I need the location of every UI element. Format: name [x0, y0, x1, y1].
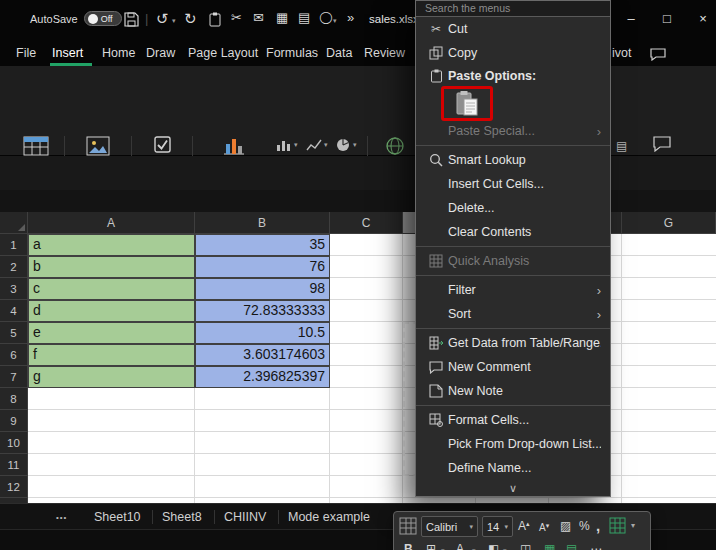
column-header-a[interactable]: A — [28, 212, 195, 234]
menu-item-sort[interactable]: Sort › — [416, 302, 610, 326]
increase-font-button[interactable]: A▴ — [518, 520, 530, 532]
tab-home[interactable]: Home — [102, 46, 135, 60]
cell-B4[interactable]: 72.83333333 — [195, 300, 330, 322]
sheet-scroll-ellipsis[interactable]: ••• — [56, 513, 67, 522]
cell-A4[interactable]: d — [28, 300, 195, 322]
cell-A6[interactable]: f — [28, 344, 195, 366]
menu-item-format-cells[interactable]: Format Cells... — [416, 408, 610, 432]
row-header-5[interactable]: 5 — [0, 322, 28, 344]
table-style-icon[interactable] — [399, 517, 417, 537]
menu-item-copy[interactable]: Copy — [416, 41, 610, 65]
envelope-icon[interactable]: ✉ — [253, 11, 264, 24]
row-header-7[interactable]: 7 — [0, 366, 28, 388]
select-all-corner[interactable] — [0, 212, 28, 234]
menu-item-new-comment[interactable]: New Comment — [416, 355, 610, 379]
close-button[interactable]: × — [692, 11, 714, 26]
menu-item-delete[interactable]: Delete... — [416, 196, 610, 220]
sheet-tab-chiinv[interactable]: CHIINV — [224, 510, 266, 524]
clipboard-icon[interactable] — [208, 12, 222, 31]
column-chart-button[interactable]: ▾ — [276, 138, 298, 152]
cell-A5[interactable]: e — [28, 322, 195, 344]
list-icon[interactable]: ▤ — [298, 11, 310, 24]
menu-item-cut[interactable]: ✂ Cut — [416, 17, 610, 41]
menu-item-paste-special[interactable]: Paste Special... › — [416, 119, 610, 143]
percent-style-button[interactable]: % — [579, 520, 590, 532]
cell-B7[interactable]: 2.396825397 — [195, 366, 330, 388]
row-header-1[interactable]: 1 — [0, 234, 28, 256]
tab-draw[interactable]: Draw — [146, 46, 175, 60]
menu-item-define-name[interactable]: Define Name... — [416, 456, 610, 480]
pie-chart-button[interactable]: ▾ — [336, 138, 357, 152]
grid-icon[interactable]: ▦ — [276, 11, 288, 24]
cell-A2[interactable]: b — [28, 256, 195, 278]
shapes-icon[interactable]: ◯ — [319, 11, 332, 23]
tab-formulas[interactable]: Formulas — [266, 46, 318, 60]
menu-item-clear-contents[interactable]: Clear Contents — [416, 220, 610, 244]
tab-data[interactable]: Data — [326, 46, 352, 60]
menu-item-get-data[interactable]: Get Data from Table/Range... — [416, 331, 610, 355]
dropdown-icon[interactable]: ▾ — [631, 522, 635, 530]
sheet-tab-mode-example[interactable]: Mode example — [288, 510, 392, 524]
cell-B3[interactable]: 98 — [195, 278, 330, 300]
undo-icon[interactable]: ↺ — [156, 11, 169, 26]
row-header-4[interactable]: 4 — [0, 300, 28, 322]
row-header-3[interactable]: 3 — [0, 278, 28, 300]
menu-item-quick-analysis[interactable]: Quick Analysis — [416, 249, 610, 273]
more-options-button[interactable]: ⋯ — [590, 543, 602, 550]
cell-A7[interactable]: g — [28, 366, 195, 388]
menu-scroll-more-icon[interactable]: ∨ — [416, 480, 610, 496]
menu-search-input[interactable]: Search the menus — [416, 1, 610, 17]
tab-review[interactable]: Review — [364, 46, 405, 60]
tab-file[interactable]: File — [16, 46, 36, 60]
redo-icon[interactable]: ↻ — [184, 11, 197, 26]
shapes-dropdown-icon[interactable]: ▾ — [333, 17, 337, 24]
cell-B5[interactable]: 10.5 — [195, 322, 330, 344]
format-painter-icon[interactable]: ▨ — [560, 520, 571, 532]
minimize-button[interactable]: – — [620, 11, 642, 26]
cell-B1[interactable]: 35 — [195, 234, 330, 256]
comma-style-button[interactable]: , — [596, 518, 600, 533]
font-name-select[interactable]: Calibri ▾ — [421, 516, 478, 537]
tab-insert[interactable]: Insert — [52, 46, 83, 60]
cell-B6[interactable]: 3.603174603 — [195, 344, 330, 366]
format-as-table-icon[interactable] — [609, 517, 626, 536]
row-header-2[interactable]: 2 — [0, 256, 28, 278]
cell-A3[interactable]: c — [28, 278, 195, 300]
column-header-g[interactable]: G — [622, 212, 716, 234]
line-chart-button[interactable]: ▾ — [306, 138, 328, 152]
merge-cells-button[interactable]: ◫ — [520, 543, 531, 550]
bold-button[interactable]: B — [404, 543, 413, 550]
sheet-tab-sheet8[interactable]: Sheet8 — [162, 510, 202, 524]
column-header-c[interactable]: C — [330, 212, 403, 234]
column-header-b[interactable]: B — [195, 212, 330, 234]
cell-B2[interactable]: 76 — [195, 256, 330, 278]
menu-item-filter[interactable]: Filter › — [416, 278, 610, 302]
quick-access-overflow-icon[interactable]: » — [347, 11, 354, 24]
menu-item-new-note[interactable]: New Note — [416, 379, 610, 403]
tab-page-layout[interactable]: Page Layout — [188, 46, 258, 60]
undo-dropdown-icon[interactable]: ▾ — [172, 17, 176, 24]
borders-button[interactable]: ⊞ — [426, 543, 436, 550]
list-format-button[interactable]: ▤ — [566, 543, 577, 550]
save-icon[interactable] — [124, 12, 139, 31]
comments-button[interactable] — [650, 47, 666, 65]
row-header-11[interactable]: 11 — [0, 454, 28, 476]
menu-item-pick-from-dropdown[interactable]: Pick From Drop-down List... — [416, 432, 610, 456]
font-size-select[interactable]: 14 ▾ — [482, 516, 513, 537]
autosave-toggle[interactable]: AutoSave Off — [30, 11, 122, 26]
row-header-6[interactable]: 6 — [0, 344, 28, 366]
maximize-button[interactable]: □ — [656, 11, 678, 26]
row-header-8[interactable]: 8 — [0, 388, 28, 410]
fill-color-button[interactable]: ◧ — [488, 543, 499, 550]
row-header-12[interactable]: 12 — [0, 476, 28, 498]
menu-item-smart-lookup[interactable]: Smart Lookup — [416, 148, 610, 172]
scissors-icon[interactable]: ✂ — [231, 11, 242, 24]
menu-item-insert-cut-cells[interactable]: Insert Cut Cells... — [416, 172, 610, 196]
font-color-button[interactable]: A — [456, 543, 464, 550]
clipped-ribbon-icon[interactable]: ▤ — [616, 140, 627, 152]
row-header-10[interactable]: 10 — [0, 432, 28, 454]
grid-format-button[interactable]: ▦ — [544, 543, 555, 550]
cell-A1[interactable]: a — [28, 234, 195, 256]
decrease-font-button[interactable]: A▾ — [539, 522, 549, 533]
row-header-9[interactable]: 9 — [0, 410, 28, 432]
